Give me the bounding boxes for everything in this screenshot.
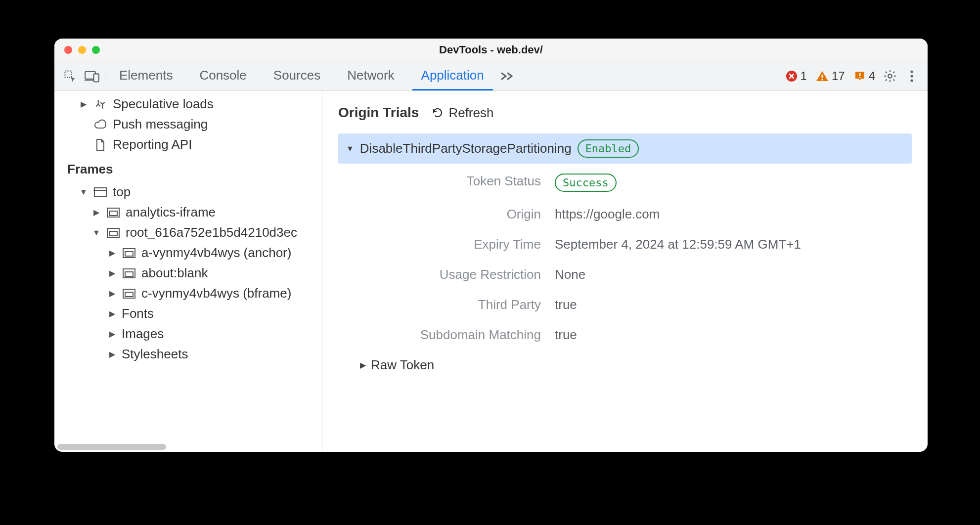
inspect-element-icon[interactable] — [59, 65, 81, 87]
chevron-down-icon: ▼ — [79, 188, 88, 196]
toolbar: Elements Console Sources Network Applica… — [54, 61, 928, 91]
error-icon — [786, 70, 798, 82]
svg-rect-5 — [822, 75, 823, 78]
chevron-right-icon: ▶ — [108, 310, 117, 318]
close-window-button[interactable] — [64, 46, 72, 54]
errors-counter[interactable]: 1 — [786, 69, 807, 83]
window-icon — [93, 187, 108, 198]
frame-label: c-vynmy4vb4wys (bframe) — [141, 286, 291, 301]
main-panel: Origin Trials Refresh ▼ DisableThirdPart… — [322, 91, 928, 452]
iframe-icon — [122, 288, 136, 299]
frame-label: about:blank — [141, 265, 208, 281]
origin-label: Origin — [373, 207, 541, 222]
sidebar-h-scrollbar[interactable] — [57, 444, 166, 450]
warnings-count: 17 — [832, 69, 845, 83]
more-options-button[interactable] — [901, 65, 923, 87]
token-status-pill: Success — [555, 174, 617, 192]
svg-point-9 — [888, 74, 891, 78]
frames-heading: Frames — [54, 155, 322, 182]
svg-point-11 — [910, 75, 913, 77]
frame-label: top — [113, 184, 131, 200]
chevron-right-icon: ▶ — [360, 361, 366, 369]
file-icon — [93, 138, 108, 151]
issue-counter[interactable]: 4 — [854, 69, 875, 83]
expiry-value: September 4, 2024 at 12:59:59 AM GMT+1 — [555, 237, 912, 252]
svg-rect-18 — [109, 231, 117, 236]
origin-value: https://google.com — [555, 207, 912, 222]
expiry-label: Expiry Time — [373, 237, 541, 252]
frame-analytics-iframe[interactable]: ▶ analytics-iframe — [54, 202, 322, 222]
device-toolbar-icon[interactable] — [81, 65, 103, 87]
settings-button[interactable] — [879, 65, 901, 87]
frame-about-blank[interactable]: ▶ about:blank — [54, 263, 322, 283]
frame-label: analytics-iframe — [126, 205, 216, 220]
sidebar-item-speculative-loads[interactable]: ▶ Speculative loads — [54, 94, 322, 114]
frame-group-label: Fonts — [122, 306, 154, 321]
errors-count: 1 — [801, 69, 807, 83]
sidebar[interactable]: ▶ Speculative loads Push messaging Repor… — [54, 91, 322, 452]
speculative-loads-icon — [93, 98, 108, 111]
third-party-label: Third Party — [373, 297, 541, 312]
issues-count: 4 — [869, 69, 875, 83]
iframe-icon — [122, 248, 136, 259]
trial-name: DisableThirdPartyStoragePartitioning — [360, 141, 572, 156]
content-area: ▶ Speculative loads Push messaging Repor… — [54, 91, 928, 452]
cloud-icon — [93, 119, 108, 130]
tab-console[interactable]: Console — [190, 61, 255, 90]
sidebar-item-label: Speculative loads — [113, 96, 214, 112]
sidebar-item-push-messaging[interactable]: Push messaging — [54, 114, 322, 134]
raw-token-row[interactable]: ▶ Raw Token — [338, 357, 912, 373]
tab-sources[interactable]: Sources — [265, 61, 329, 90]
chevron-down-icon: ▼ — [92, 229, 101, 237]
chevron-right-icon: ▶ — [108, 330, 117, 338]
svg-rect-24 — [125, 292, 133, 297]
main-header: Origin Trials Refresh — [338, 105, 912, 121]
section-title: Origin Trials — [338, 105, 419, 121]
iframe-icon — [106, 227, 121, 238]
more-tabs-button[interactable] — [493, 70, 522, 82]
status-pill: Enabled — [578, 139, 639, 158]
iframe-icon — [106, 207, 121, 218]
raw-token-label: Raw Token — [371, 357, 434, 373]
warning-icon — [816, 70, 829, 82]
svg-rect-7 — [859, 73, 860, 76]
svg-point-12 — [910, 79, 913, 82]
chevron-right-icon: ▶ — [108, 269, 117, 277]
frame-group-stylesheets[interactable]: ▶ Stylesheets — [54, 344, 322, 364]
frame-group-images[interactable]: ▶ Images — [54, 324, 322, 344]
frame-a-vynmy4vb4wys[interactable]: ▶ a-vynmy4vb4wys (anchor) — [54, 243, 322, 263]
toolbar-divider — [105, 68, 105, 85]
tab-network[interactable]: Network — [338, 61, 403, 90]
frame-root-616a[interactable]: ▼ root_616a752e1b5d4210d3ec — [54, 222, 322, 243]
tab-elements[interactable]: Elements — [110, 61, 181, 90]
issue-flag-icon — [854, 70, 866, 82]
frame-group-label: Stylesheets — [122, 347, 188, 362]
traffic-lights — [54, 46, 100, 54]
refresh-label: Refresh — [448, 105, 493, 121]
svg-rect-22 — [125, 272, 133, 276]
svg-rect-8 — [859, 77, 860, 78]
zoom-window-button[interactable] — [92, 46, 100, 54]
panel-tabs: Elements Console Sources Network Applica… — [110, 61, 493, 90]
chevron-right-icon: ▶ — [108, 290, 117, 298]
frame-group-label: Images — [122, 326, 164, 342]
sidebar-item-label: Reporting API — [113, 137, 192, 152]
chevron-right-icon: ▶ — [108, 350, 117, 358]
origin-trial-row[interactable]: ▼ DisableThirdPartyStoragePartitioning E… — [338, 133, 912, 164]
frame-top[interactable]: ▼ top — [54, 182, 322, 202]
refresh-button[interactable]: Refresh — [432, 105, 493, 121]
minimize-window-button[interactable] — [78, 46, 86, 54]
warnings-counter[interactable]: 17 — [816, 69, 845, 83]
sidebar-item-label: Push messaging — [113, 117, 208, 132]
tab-application[interactable]: Application — [412, 61, 493, 90]
frame-group-fonts[interactable]: ▶ Fonts — [54, 304, 322, 324]
svg-rect-3 — [93, 74, 98, 82]
sidebar-item-reporting-api[interactable]: Reporting API — [54, 134, 322, 155]
token-status-value: Success — [555, 174, 912, 192]
gear-icon — [883, 69, 897, 83]
usage-restriction-label: Usage Restriction — [373, 267, 541, 282]
svg-rect-13 — [94, 188, 106, 197]
token-status-label: Token Status — [373, 174, 541, 192]
subdomain-matching-label: Subdomain Matching — [373, 327, 541, 343]
frame-c-vynmy4vb4wys[interactable]: ▶ c-vynmy4vb4wys (bframe) — [54, 283, 322, 304]
